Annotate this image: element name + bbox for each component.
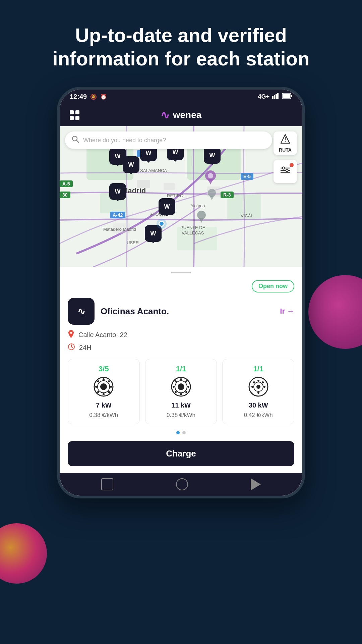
svg-point-64 [251, 386, 253, 388]
station-details: Calle Acanto, 22 24H [60, 330, 302, 352]
road-badge-r3: R-3 [221, 192, 234, 198]
svg-point-62 [257, 380, 259, 382]
matadero-label: Matadero Madrid [103, 227, 136, 232]
svg-rect-14 [164, 183, 175, 190]
signal-icon [272, 93, 280, 101]
page-header-title: Up-to-date and verified information for … [0, 0, 362, 87]
app-header: ∿ wenea [60, 104, 302, 126]
filter-icon [280, 166, 290, 176]
charger-price-1: 0.38 €/kWh [167, 412, 195, 419]
svg-point-56 [185, 380, 187, 382]
status-right: 4G+ [258, 93, 292, 101]
pagination-dot-1[interactable] [176, 431, 180, 434]
menu-icon[interactable] [70, 110, 79, 120]
road-badge-a5: A-5 [60, 180, 73, 187]
station-logo: ∿ [68, 298, 95, 325]
charge-button[interactable]: Charge [68, 441, 294, 466]
svg-point-51 [180, 378, 182, 380]
app-name: wenea [173, 110, 202, 120]
svg-point-42 [95, 386, 97, 388]
map-marker-8[interactable]: W [145, 225, 162, 245]
alcamo-label: Alcamo [190, 203, 205, 208]
map-marker-3[interactable]: W [123, 156, 139, 176]
map-area[interactable]: Madrid SALAMANCA RETIRO ATOCHA PUENTE DE… [60, 126, 302, 267]
android-back-button[interactable] [101, 478, 113, 490]
status-left: 12:49 🔕 ⏰ [70, 93, 107, 101]
alarm-icon: ⏰ [100, 94, 107, 100]
route-icon [280, 134, 290, 146]
charger-card-2: 1/1 30 kW 0.42 €/kWh [222, 359, 294, 424]
svg-point-41 [103, 393, 105, 395]
salamanca-label: SALAMANCA [140, 168, 167, 173]
user-label: USER [127, 240, 139, 245]
bottom-sheet: Open now ∿ Oficinas Acanto. Ir → Calle A… [60, 272, 302, 473]
svg-point-28 [285, 141, 286, 142]
status-bar: 12:49 🔕 ⏰ 4G+ [60, 90, 302, 104]
station-logo-icon: ∿ [77, 306, 85, 317]
charger-power-2: 30 kW [249, 401, 268, 409]
pagination-dot-2[interactable] [182, 431, 186, 434]
drag-handle[interactable] [171, 272, 191, 273]
svg-point-50 [178, 383, 184, 390]
svg-point-54 [187, 386, 189, 388]
svg-point-63 [257, 392, 259, 394]
charger-cards: 3/5 [60, 359, 302, 424]
open-now-section: Open now [60, 280, 302, 298]
charger-power-1: 11 kW [171, 401, 191, 409]
hours-row: 24H [68, 343, 294, 352]
charger-icon-0 [93, 376, 114, 399]
svg-rect-1 [274, 95, 275, 99]
android-home-button[interactable] [176, 478, 188, 490]
charger-availability-2: 1/1 [253, 365, 263, 373]
svg-point-39 [100, 383, 107, 390]
svg-point-55 [175, 380, 177, 382]
arrow-right-icon: → [287, 307, 294, 316]
station-name: Oficinas Acanto. [101, 306, 274, 317]
svg-point-40 [103, 378, 105, 380]
android-nav-bar [60, 473, 302, 496]
svg-line-36 [71, 347, 73, 347]
address-text: Calle Acanto, 22 [78, 331, 127, 339]
poi-marker-3 [207, 188, 217, 202]
svg-point-19 [208, 173, 213, 178]
hours-text: 24H [79, 344, 92, 352]
charger-icon-2 [248, 376, 269, 399]
charger-card-1: 1/1 11 kW [145, 359, 217, 424]
vical-label: VICÁL [241, 213, 253, 218]
svg-rect-5 [283, 94, 291, 98]
map-marker-5[interactable]: W [204, 147, 221, 166]
logo-w-icon: ∿ [161, 109, 170, 121]
android-recents-button[interactable] [251, 478, 261, 490]
svg-point-33 [286, 169, 288, 172]
decorative-blob-left [0, 523, 47, 584]
poi-marker-1 [204, 170, 217, 186]
svg-marker-23 [209, 196, 214, 200]
svg-point-67 [262, 381, 264, 383]
search-icon [72, 136, 79, 145]
pagination-dots [60, 431, 302, 434]
map-marker-7[interactable]: W [159, 198, 175, 218]
svg-marker-18 [208, 179, 213, 184]
svg-point-47 [108, 391, 110, 393]
vallecas-label: PUENTE DEVALLECAS [180, 225, 205, 235]
route-button-label: RUTA [279, 147, 292, 153]
road-badge-a42: A-42 [110, 212, 125, 218]
svg-point-53 [173, 386, 175, 388]
svg-rect-3 [277, 93, 279, 99]
filter-active-indicator [290, 163, 294, 167]
charger-availability-0: 3/5 [99, 365, 109, 373]
station-info: ∿ Oficinas Acanto. Ir → [60, 298, 302, 325]
battery-icon [282, 93, 292, 100]
decorative-blob-right [308, 275, 362, 349]
svg-point-57 [175, 391, 177, 393]
charger-price-2: 0.42 €/kWh [244, 412, 273, 419]
svg-point-45 [108, 380, 110, 382]
go-link[interactable]: Ir → [280, 307, 294, 316]
route-button[interactable]: RUTA [274, 131, 297, 155]
filter-button[interactable] [274, 160, 297, 183]
svg-rect-6 [291, 95, 292, 97]
address-row: Calle Acanto, 22 [68, 330, 294, 340]
svg-rect-2 [276, 94, 277, 99]
map-marker-6[interactable]: W [109, 183, 126, 203]
search-bar[interactable]: Where do you need to charge? [65, 131, 272, 149]
